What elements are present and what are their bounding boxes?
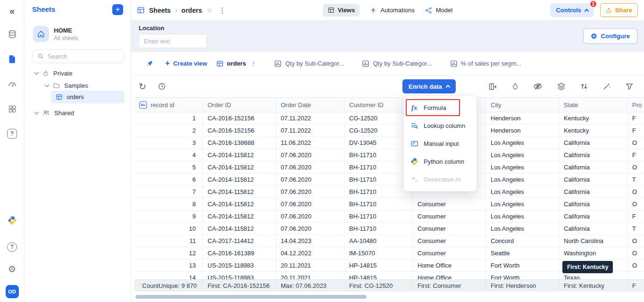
cell[interactable]: AA-10480	[344, 235, 413, 247]
cell[interactable]: 07.06.2020	[276, 174, 344, 185]
cell[interactable]: Consumer	[413, 247, 486, 259]
cell[interactable]: 07.06.2020	[276, 198, 344, 210]
data-sources-icon[interactable]	[4, 26, 20, 42]
row-number-cell[interactable]: 9	[134, 210, 203, 222]
cell[interactable]: Los Angeles	[486, 223, 559, 235]
kebab-icon[interactable]: ⋮	[250, 60, 256, 67]
cell[interactable]: BH-11710	[344, 186, 413, 198]
summary-cell[interactable]: First: Kentucky	[559, 280, 627, 292]
row-number-cell[interactable]: 4	[134, 149, 203, 161]
view-tab[interactable]: Qty by Sub-Categor...	[274, 60, 344, 67]
cell[interactable]: BH-11710	[344, 161, 413, 173]
cell[interactable]: California	[559, 149, 627, 161]
sidebar-search[interactable]	[32, 49, 125, 63]
cell[interactable]: Washington	[559, 247, 627, 259]
cell[interactable]: California	[559, 223, 627, 235]
cell[interactable]: Los Angeles	[486, 137, 559, 149]
view-tab[interactable]: % of sales per segm...	[450, 60, 522, 67]
cell[interactable]: Seattle	[486, 247, 559, 259]
search-input[interactable]	[48, 53, 119, 60]
menu-item-python-column[interactable]: Python column	[404, 152, 477, 170]
tab-model[interactable]: Model	[425, 7, 452, 14]
cell[interactable]: CG-12520	[344, 125, 413, 136]
cell[interactable]: CA-2014-115812	[203, 149, 276, 161]
cell[interactable]: 04.12.2022	[276, 247, 344, 259]
configure-button[interactable]: ⚙ Configure	[583, 28, 637, 44]
cell[interactable]: O	[627, 235, 644, 247]
chevron-down-icon[interactable]	[45, 82, 50, 87]
cell[interactable]: BH-11710	[344, 198, 413, 210]
cell[interactable]: IM-15070	[344, 247, 413, 259]
cell[interactable]: Consumer	[413, 235, 486, 247]
cell[interactable]: North Carolina	[559, 235, 627, 247]
cell[interactable]: Los Angeles	[486, 149, 559, 161]
cell[interactable]: CA-2016-161389	[203, 247, 276, 259]
cell[interactable]: Los Angeles	[486, 198, 559, 210]
cell[interactable]: BH-11710	[344, 210, 413, 222]
cell[interactable]: CA-2014-115812	[203, 223, 276, 235]
column-header[interactable]: Order Date	[276, 98, 344, 112]
fill-color-icon[interactable]	[511, 82, 519, 91]
row-number-cell[interactable]: 3	[134, 137, 203, 149]
cell[interactable]: O	[627, 137, 644, 149]
row-number-cell[interactable]: 10	[134, 223, 203, 235]
apps-grid-icon[interactable]	[4, 101, 20, 117]
cell[interactable]: T	[627, 223, 644, 235]
horizontal-scrollbar-thumb[interactable]	[135, 295, 367, 299]
row-number-cell[interactable]: 6	[134, 174, 203, 185]
cell[interactable]: Los Angeles	[486, 186, 559, 198]
sort-icon[interactable]	[580, 82, 588, 91]
sheets-nav-icon[interactable]	[4, 51, 20, 67]
cell[interactable]: F	[627, 149, 644, 161]
user-avatar[interactable]: OD	[6, 285, 19, 298]
cell[interactable]: F	[627, 112, 644, 124]
cell[interactable]: O	[627, 260, 644, 271]
sidebar-item-private[interactable]: Private	[25, 67, 131, 79]
kebab-icon[interactable]: ⋮	[217, 6, 228, 15]
cell[interactable]: 07.11.2022	[276, 112, 344, 124]
cell[interactable]: CA-2014-115812	[203, 210, 276, 222]
cell[interactable]: O	[627, 247, 644, 259]
favorite-star-icon[interactable]: ☆	[206, 6, 212, 15]
cell[interactable]: Henderson	[486, 112, 559, 124]
row-number-cell[interactable]: 8	[134, 198, 203, 210]
cell[interactable]: T	[627, 174, 644, 185]
refresh-icon[interactable]: ↻	[139, 81, 146, 92]
summary-cell[interactable]: Max: 07.06.2023	[276, 280, 344, 292]
menu-item-formula[interactable]: fxFormula	[404, 99, 477, 117]
cell[interactable]: CA-2016-152156	[203, 125, 276, 136]
settings-icon[interactable]: ⚙	[4, 261, 20, 277]
cell[interactable]: 07.11.2022	[276, 125, 344, 136]
dashboard-icon[interactable]	[4, 76, 20, 92]
cell[interactable]: O	[627, 161, 644, 173]
collapse-sidebar-icon[interactable]: «	[4, 3, 20, 19]
column-header[interactable]: State	[559, 98, 627, 112]
location-input[interactable]	[139, 34, 207, 48]
cell[interactable]: Consumer	[413, 210, 486, 222]
cell[interactable]: O	[627, 198, 644, 210]
menu-item-generative-ai[interactable]: Generative AI	[404, 170, 477, 188]
pin-icon[interactable]	[146, 60, 153, 67]
summary-cell[interactable]: F	[627, 280, 644, 292]
cell[interactable]: California	[559, 210, 627, 222]
cell[interactable]: F	[627, 125, 644, 136]
sidebar-item-shared[interactable]: Shared	[25, 107, 131, 119]
cell[interactable]: Consumer	[413, 198, 486, 210]
column-header[interactable]: Pro	[627, 98, 644, 112]
view-tab[interactable]: Qty by Sub-Categor...	[362, 60, 432, 67]
summary-cell[interactable]: First: CG-12520	[344, 280, 413, 292]
cell[interactable]: BH-11710	[344, 149, 413, 161]
row-number-cell[interactable]: 13	[134, 260, 203, 271]
controls-button[interactable]: Controls 1	[550, 3, 594, 17]
cell[interactable]: 20.11.2021	[276, 260, 344, 271]
summary-cell[interactable]: First: Henderson	[486, 280, 559, 292]
column-header[interactable]: Customer ID	[344, 98, 413, 112]
cell[interactable]: 07.06.2020	[276, 149, 344, 161]
layers-icon[interactable]	[557, 82, 566, 91]
summary-cell[interactable]: First: Consumer	[413, 280, 486, 292]
column-header[interactable]: record id	[134, 98, 203, 112]
cell[interactable]: Kentucky	[559, 112, 627, 124]
cell[interactable]: Los Angeles	[486, 161, 559, 173]
tab-views[interactable]: Views	[323, 4, 360, 17]
cell[interactable]: O	[627, 186, 644, 198]
